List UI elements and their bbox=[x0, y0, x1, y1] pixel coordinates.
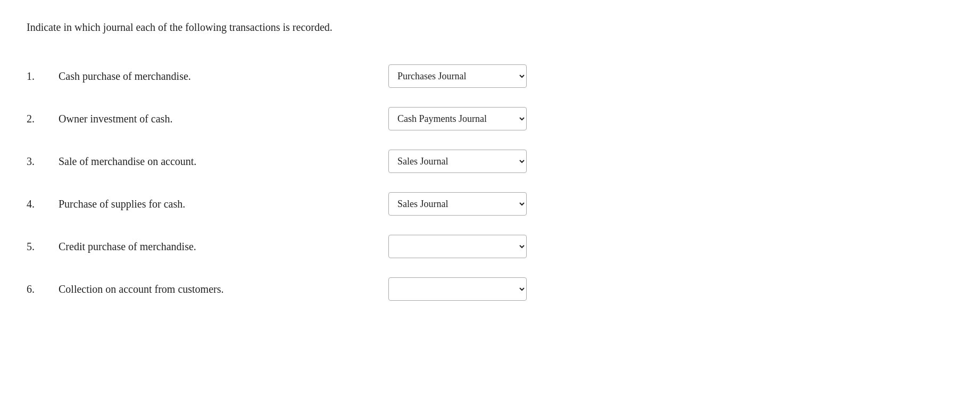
question-text-1: Cash purchase of merchandise. bbox=[59, 70, 325, 83]
question-select-4[interactable]: Purchases JournalCash Payments JournalSa… bbox=[388, 192, 527, 216]
question-number-2: 2. bbox=[27, 113, 59, 125]
question-select-5[interactable]: Purchases JournalCash Payments JournalSa… bbox=[388, 235, 527, 258]
question-text-2: Owner investment of cash. bbox=[59, 113, 325, 125]
question-list: 1.Cash purchase of merchandise.Purchases… bbox=[27, 55, 953, 310]
instruction-text: Indicate in which journal each of the fo… bbox=[27, 21, 953, 34]
question-row-1: 1.Cash purchase of merchandise.Purchases… bbox=[27, 55, 953, 97]
question-text-4: Purchase of supplies for cash. bbox=[59, 198, 325, 210]
question-select-2[interactable]: Purchases JournalCash Payments JournalSa… bbox=[388, 107, 527, 130]
question-number-4: 4. bbox=[27, 198, 59, 210]
question-row-4: 4.Purchase of supplies for cash.Purchase… bbox=[27, 183, 953, 225]
question-select-3[interactable]: Purchases JournalCash Payments JournalSa… bbox=[388, 150, 527, 173]
question-text-6: Collection on account from customers. bbox=[59, 283, 325, 295]
question-row-5: 5.Credit purchase of merchandise.Purchas… bbox=[27, 225, 953, 268]
question-number-5: 5. bbox=[27, 241, 59, 253]
question-row-2: 2.Owner investment of cash.Purchases Jou… bbox=[27, 97, 953, 140]
question-select-6[interactable]: Purchases JournalCash Payments JournalSa… bbox=[388, 277, 527, 301]
question-select-1[interactable]: Purchases JournalCash Payments JournalSa… bbox=[388, 64, 527, 88]
question-row-6: 6.Collection on account from customers.P… bbox=[27, 268, 953, 310]
question-number-6: 6. bbox=[27, 283, 59, 295]
question-row-3: 3.Sale of merchandise on account.Purchas… bbox=[27, 140, 953, 183]
question-text-3: Sale of merchandise on account. bbox=[59, 155, 325, 168]
question-text-5: Credit purchase of merchandise. bbox=[59, 241, 325, 253]
question-number-1: 1. bbox=[27, 70, 59, 83]
question-number-3: 3. bbox=[27, 155, 59, 168]
